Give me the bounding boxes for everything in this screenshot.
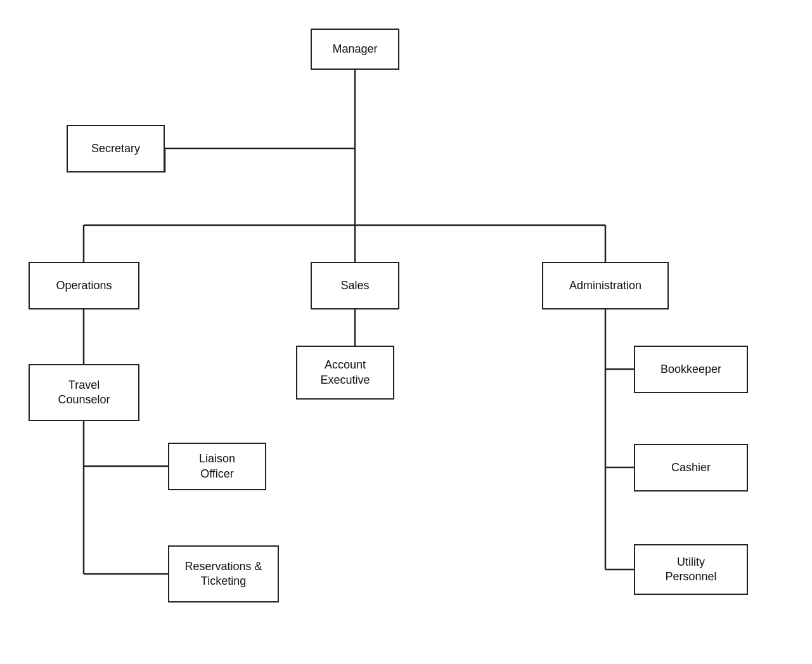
- sales-node: Sales: [311, 262, 399, 309]
- bookkeeper-node: Bookkeeper: [634, 346, 748, 393]
- operations-node: Operations: [29, 262, 139, 309]
- account-executive-node: Account Executive: [296, 346, 394, 400]
- org-chart: Manager Secretary Operations Sales Admin…: [0, 0, 812, 664]
- manager-node: Manager: [311, 29, 399, 70]
- administration-node: Administration: [542, 262, 669, 309]
- secretary-node: Secretary: [67, 125, 165, 173]
- travel-counselor-node: Travel Counselor: [29, 364, 139, 421]
- liaison-officer-node: Liaison Officer: [168, 443, 266, 490]
- reservations-ticketing-node: Reservations & Ticketing: [168, 545, 279, 602]
- utility-personnel-node: Utility Personnel: [634, 544, 748, 595]
- cashier-node: Cashier: [634, 444, 748, 491]
